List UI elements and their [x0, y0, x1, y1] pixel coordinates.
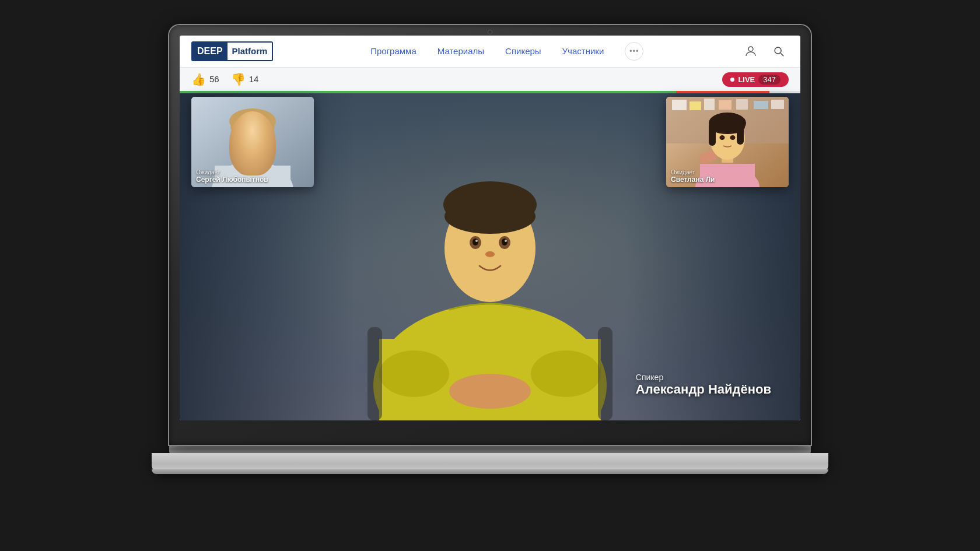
brand-logo[interactable]: DEEP Platform [191, 41, 273, 61]
laptop-hinge [169, 445, 811, 453]
svg-rect-35 [690, 101, 701, 110]
speaker-role-text: Спикер [636, 373, 771, 382]
progress-red [676, 91, 769, 93]
thumbnail-right-label: Ожидает Светлана Ли [671, 169, 715, 184]
svg-point-8 [444, 199, 536, 234]
speaker-label: Спикер Александр Найдёнов [636, 373, 771, 397]
thumbnail-right-name: Светлана Ли [671, 176, 715, 184]
svg-rect-38 [736, 99, 748, 110]
thumbnail-left-name: Сергей Любопытнов [196, 176, 268, 184]
camera-dot [488, 30, 492, 34]
svg-point-16 [379, 350, 449, 397]
svg-point-14 [505, 240, 507, 242]
svg-rect-19 [368, 327, 382, 420]
browser-screen: DEEP Platform Программа Материалы Спикер… [180, 36, 800, 420]
nav-link-materialy[interactable]: Материалы [438, 46, 484, 56]
search-icon-button[interactable] [769, 41, 789, 61]
speaker-name-text: Александр Найдёнов [636, 382, 771, 397]
laptop-base [152, 453, 828, 474]
progress-green [180, 91, 676, 93]
thumbnail-left[interactable]: Ожидает Сергей Любопытнов [191, 97, 314, 187]
svg-point-1 [775, 47, 781, 54]
laptop-mockup: DEEP Platform Программа Материалы Спикер… [158, 25, 822, 527]
thumbnail-right[interactable]: Ожидает Светлана Ли [666, 97, 789, 187]
svg-point-18 [449, 374, 531, 409]
svg-point-15 [485, 251, 495, 257]
navigation-bar: DEEP Platform Программа Материалы Спикер… [180, 36, 800, 68]
svg-point-49 [710, 120, 745, 134]
svg-point-30 [246, 136, 248, 139]
svg-point-50 [720, 135, 725, 140]
dislike-reaction[interactable]: 👎 14 [231, 72, 259, 86]
nav-link-uchastniki[interactable]: Участники [562, 46, 604, 56]
svg-point-29 [257, 135, 262, 142]
svg-point-17 [531, 350, 601, 397]
thumbnail-left-label: Ожидает Сергей Любопытнов [196, 169, 268, 184]
svg-rect-24 [246, 149, 260, 167]
svg-point-25 [230, 117, 275, 168]
live-viewer-count: 347 [758, 75, 780, 85]
svg-point-0 [748, 47, 753, 51]
thumb-down-icon: 👎 [231, 72, 246, 86]
thumbnail-left-waiting: Ожидает [196, 169, 268, 176]
main-speaker-svg [321, 82, 659, 420]
svg-rect-37 [719, 100, 732, 110]
svg-rect-40 [771, 100, 784, 109]
video-area: 👍 56 👎 14 LIVE 347 [180, 68, 800, 420]
nav-icons [741, 41, 789, 61]
live-indicator-dot [730, 78, 734, 82]
brand-deep-label: DEEP [192, 43, 228, 60]
svg-rect-34 [672, 100, 687, 110]
svg-point-28 [243, 135, 249, 142]
like-reaction[interactable]: 👍 56 [191, 72, 219, 86]
screen-bezel: DEEP Platform Программа Материалы Спикер… [169, 25, 811, 445]
svg-point-27 [230, 118, 275, 136]
live-badge: LIVE 347 [722, 72, 789, 87]
svg-point-31 [260, 136, 262, 139]
like-count: 56 [209, 74, 219, 84]
laptop-base-notch [426, 471, 554, 474]
nav-more-button[interactable]: ••• [625, 42, 643, 61]
svg-line-2 [780, 53, 783, 56]
svg-point-26 [229, 108, 276, 134]
nav-link-spikery[interactable]: Спикеры [505, 46, 541, 56]
nav-links: Программа Материалы Спикеры Участники ••… [290, 42, 723, 61]
user-icon-button[interactable] [741, 41, 761, 61]
svg-point-12 [502, 238, 508, 245]
svg-point-13 [475, 240, 478, 242]
live-label: LIVE [738, 75, 755, 84]
dislike-count: 14 [249, 74, 259, 84]
svg-rect-36 [704, 99, 715, 110]
brand-platform-label: Platform [228, 43, 272, 60]
svg-point-51 [730, 135, 736, 140]
reaction-bar: 👍 56 👎 14 [180, 68, 800, 91]
thumb-up-icon: 👍 [191, 72, 206, 86]
svg-rect-20 [598, 327, 612, 420]
svg-rect-39 [754, 101, 768, 109]
thumbnail-right-waiting: Ожидает [671, 169, 715, 176]
nav-link-programa[interactable]: Программа [370, 46, 416, 56]
progress-bar [180, 91, 800, 93]
svg-point-11 [473, 238, 478, 245]
